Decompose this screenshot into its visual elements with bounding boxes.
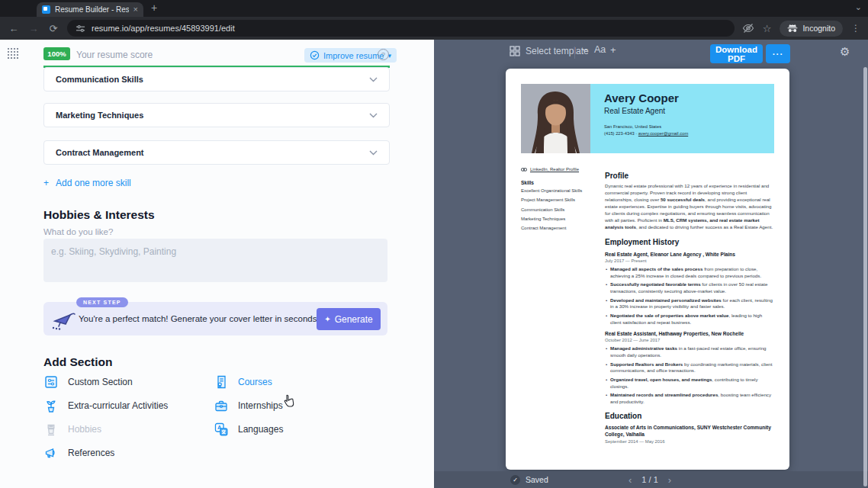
browser-tabstrip: Resume Builder - Resume.io × + ⌄ bbox=[0, 0, 868, 17]
add-skill-label: Add one more skill bbox=[56, 178, 131, 188]
briefcase-icon bbox=[214, 398, 229, 413]
candidate-title: Real Estate Agent bbox=[604, 107, 767, 115]
incognito-label: Incognito bbox=[802, 24, 835, 33]
profile-links[interactable]: LinkedIn, Realtor Profile bbox=[521, 167, 590, 172]
job-bullets: Managed all aspects of the sales process… bbox=[605, 266, 774, 326]
generate-button[interactable]: ✦ Generate bbox=[317, 308, 381, 330]
add-section-item-hobbies: Hobbies bbox=[43, 421, 101, 438]
more-options-button[interactable]: ··· bbox=[766, 44, 790, 63]
font-increase-button[interactable]: + bbox=[610, 44, 616, 56]
add-section-item-extracurricular[interactable]: Extra-curricular Activities bbox=[43, 397, 168, 414]
add-section-item-internships[interactable]: Internships bbox=[214, 397, 283, 414]
plus-icon: + bbox=[43, 178, 49, 188]
chevron-down-icon[interactable] bbox=[369, 113, 378, 118]
resume-page[interactable]: Avery Cooper Real Estate Agent San Franc… bbox=[506, 69, 789, 470]
add-section-item-references[interactable]: References bbox=[43, 445, 114, 461]
browser-actions: ☆ Incognito ⋮ bbox=[742, 21, 860, 37]
add-section-label: Extra-curricular Activities bbox=[68, 400, 168, 411]
job-bullet: Developed and maintained personalized we… bbox=[605, 297, 774, 310]
add-section-heading: Add Section bbox=[43, 355, 112, 369]
skill-item: Contract Management bbox=[521, 226, 590, 232]
tab-close-icon[interactable]: × bbox=[133, 5, 138, 14]
skills-list: Excellent Organizational Skills Project … bbox=[521, 188, 590, 232]
job-dates: October 2012 — June 2017 bbox=[605, 338, 774, 342]
toolbar-divider bbox=[574, 47, 575, 59]
font-decrease-button[interactable]: − bbox=[582, 44, 588, 56]
hobbies-question-label: What do you like? bbox=[43, 227, 113, 236]
education-dates: September 2014 — May 2016 bbox=[605, 439, 774, 444]
resume-body: LinkedIn, Realtor Profile Skills Excelle… bbox=[521, 164, 774, 462]
browser-tab[interactable]: Resume Builder - Resume.io × bbox=[37, 2, 143, 17]
preview-scrollbar[interactable] bbox=[863, 67, 867, 486]
preview-panel: Select template − Aa + Download PDF ··· … bbox=[434, 40, 868, 488]
link-chain-icon bbox=[521, 168, 527, 172]
reload-icon[interactable]: ⟳ bbox=[47, 23, 59, 34]
contact-email[interactable]: avery.cooper@gmail.com bbox=[638, 131, 688, 136]
skill-card-label: Contract Management bbox=[56, 148, 144, 157]
add-section-label: Courses bbox=[238, 377, 272, 387]
chess-rook-icon bbox=[43, 422, 59, 437]
font-size-label[interactable]: Aa bbox=[594, 44, 606, 55]
profile-heading: Profile bbox=[605, 172, 774, 180]
chevron-down-icon[interactable] bbox=[369, 150, 378, 156]
url-text[interactable]: resume.io/app/resumes/45893991/edit bbox=[92, 24, 235, 33]
back-icon[interactable]: ← bbox=[8, 23, 20, 34]
apps-grid-icon[interactable] bbox=[7, 47, 18, 59]
settings-gear-icon[interactable]: ⚙ bbox=[840, 45, 850, 59]
add-section-item-courses[interactable]: Courses bbox=[214, 374, 272, 390]
preview-statusbar: ✓ Saved ‹ 1 / 1 › bbox=[434, 471, 868, 488]
add-section-label: Custom Section bbox=[68, 377, 133, 387]
megaphone-icon bbox=[43, 445, 59, 461]
new-tab-button[interactable]: + bbox=[151, 2, 157, 14]
resume-sidebar: LinkedIn, Realtor Profile Skills Excelle… bbox=[521, 164, 590, 462]
contact-info: San Francisco, United States (415) 223-4… bbox=[604, 124, 767, 137]
skill-item: Marketing Techniques bbox=[521, 217, 590, 223]
tab-search-chevron-icon[interactable]: ⌄ bbox=[855, 2, 862, 12]
forward-icon[interactable]: → bbox=[27, 23, 40, 34]
profile-photo bbox=[521, 84, 590, 153]
chevron-down-icon[interactable] bbox=[369, 77, 378, 82]
next-page-icon[interactable]: › bbox=[668, 474, 671, 486]
employment-heading: Employment History bbox=[605, 238, 774, 246]
page-navigator: ‹ 1 / 1 › bbox=[628, 474, 671, 486]
resume-header: Avery Cooper Real Estate Agent San Franc… bbox=[521, 84, 774, 153]
browser-menu-icon[interactable]: ⋮ bbox=[851, 23, 860, 34]
add-skill-link[interactable]: + Add one more skill bbox=[43, 178, 131, 188]
page-indicator: 1 / 1 bbox=[641, 475, 657, 484]
check-icon: ✓ bbox=[510, 475, 520, 485]
eye-off-icon[interactable] bbox=[742, 23, 754, 34]
header-band: Avery Cooper Real Estate Agent San Franc… bbox=[590, 84, 774, 153]
job-title: Real Estate Assistant, Hathaway Properti… bbox=[605, 331, 774, 336]
saved-label: Saved bbox=[526, 475, 548, 484]
next-step-badge: NEXT STEP bbox=[76, 297, 128, 307]
site-info-icon[interactable] bbox=[76, 24, 85, 34]
select-template-button[interactable]: Select template bbox=[510, 46, 589, 56]
resume-score-badge: 100% bbox=[43, 47, 70, 60]
add-section-item-custom-section[interactable]: Custom Section bbox=[43, 374, 133, 390]
profile-links-text[interactable]: LinkedIn, Realtor Profile bbox=[530, 167, 579, 172]
resume-score-label: Your resume score bbox=[76, 50, 153, 60]
hobbies-input[interactable] bbox=[43, 239, 387, 282]
skill-card-contract[interactable]: Contract Management bbox=[43, 140, 390, 165]
skill-item: Excellent Organizational Skills bbox=[521, 188, 590, 194]
rocket-doodle-icon bbox=[50, 307, 76, 332]
incognito-badge: Incognito bbox=[780, 21, 843, 37]
help-button[interactable]: ? bbox=[378, 49, 389, 60]
download-pdf-button[interactable]: Download PDF bbox=[710, 44, 763, 63]
saved-indicator: ✓ Saved bbox=[510, 475, 548, 485]
template-grid-icon bbox=[510, 46, 520, 56]
skill-card-communication[interactable]: Communication Skills bbox=[43, 67, 390, 92]
resume-builder-app: Resume Builder - Resume.io × + ⌄ ← → ⟳ r… bbox=[0, 0, 868, 488]
resume-main: Profile Dynamic real estate professional… bbox=[605, 164, 774, 462]
skill-card-marketing[interactable]: Marketing Techniques bbox=[43, 103, 390, 127]
prev-page-icon[interactable]: ‹ bbox=[628, 474, 632, 486]
contact-location: San Francisco, United States bbox=[604, 124, 767, 130]
bookmark-star-icon[interactable]: ☆ bbox=[763, 23, 772, 34]
skill-item: Project Management Skills bbox=[521, 197, 590, 204]
browser-toolbar: ← → ⟳ resume.io/app/resumes/45893991/edi… bbox=[0, 17, 868, 40]
url-bar[interactable]: resume.io/app/resumes/45893991/edit bbox=[67, 20, 735, 37]
skills-heading: Skills bbox=[521, 180, 590, 185]
skill-card-label: Communication Skills bbox=[56, 75, 143, 84]
add-section-item-languages[interactable]: A Languages bbox=[214, 421, 283, 438]
job-bullet: Organized travel, open houses, and meeti… bbox=[605, 377, 774, 390]
